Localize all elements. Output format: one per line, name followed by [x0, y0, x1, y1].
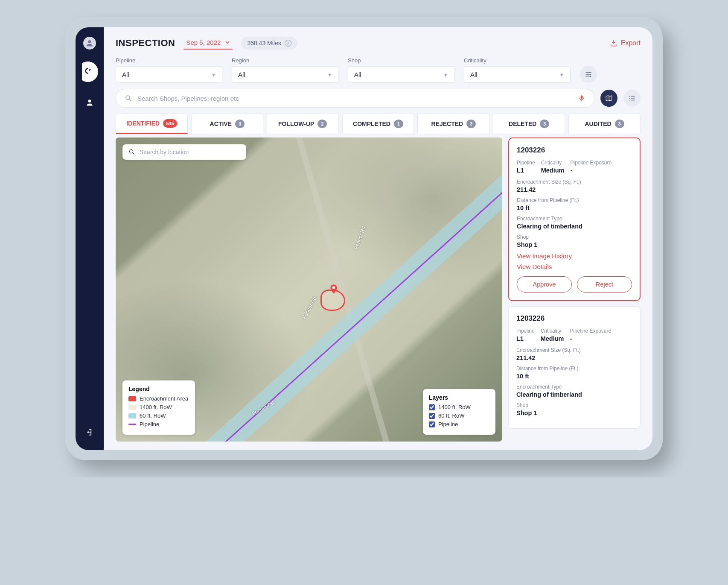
swatch	[128, 413, 136, 418]
svg-point-10	[332, 286, 335, 289]
filter-row: Pipeline All▼ Region All▼ Shop All▼ Crit…	[104, 56, 652, 89]
legend-item: Encroachment Area	[128, 395, 189, 402]
swatch	[128, 396, 136, 401]
user-icon	[85, 39, 94, 47]
logout-icon	[85, 428, 94, 436]
svg-point-3	[587, 74, 588, 75]
tab-active[interactable]: ACTIVE3	[191, 114, 263, 134]
tab-count: 3	[615, 120, 624, 128]
date-value: Sep 5, 2022	[186, 39, 221, 46]
tab-completed[interactable]: COMPLETED1	[342, 114, 414, 134]
layer-checkbox[interactable]	[429, 413, 435, 419]
pipeline-select[interactable]: All▼	[116, 66, 222, 83]
svg-rect-6	[581, 95, 583, 99]
svg-point-4	[590, 76, 591, 77]
filter-pipeline: Pipeline All▼	[116, 57, 222, 83]
legend-title: Legend	[128, 386, 189, 392]
search-icon	[125, 94, 132, 102]
layer-checkbox[interactable]	[429, 404, 435, 410]
chevron-down-icon: ▼	[211, 72, 216, 77]
tab-rejected[interactable]: REJECTED3	[417, 114, 489, 134]
view-details-link[interactable]: View Details	[517, 263, 632, 270]
layer-toggle[interactable]: 60 ft. RoW	[429, 412, 489, 419]
road-label: Fenner Rd	[353, 225, 367, 250]
miles-chip: 358.43 Miles i	[241, 37, 297, 50]
filter-criticality: Criticality All▼	[464, 57, 571, 83]
microphone-icon[interactable]	[578, 94, 585, 102]
filter-label: Region	[232, 57, 338, 64]
tab-identified[interactable]: IDENTIFIED545	[116, 114, 188, 134]
list-icon	[628, 94, 636, 102]
tab-count: 3	[540, 120, 549, 128]
download-icon	[610, 39, 617, 47]
map-view-button[interactable]	[600, 90, 617, 107]
profile-avatar[interactable]	[83, 37, 96, 50]
inspection-card[interactable]: 1203226 PipelineL1 CriticalityMedium Pip…	[508, 137, 641, 301]
legend-item: Pipeline	[128, 421, 189, 427]
filter-label: Pipeline	[116, 57, 222, 64]
svg-point-8	[629, 98, 630, 99]
layer-toggle[interactable]: Pipeline	[429, 421, 489, 427]
tab-follow-up[interactable]: FOLLOW-UP2	[267, 114, 339, 134]
reject-button[interactable]: Reject	[577, 276, 632, 292]
filter-settings-button[interactable]	[580, 66, 597, 83]
shop-select[interactable]: All▼	[348, 66, 454, 83]
inspection-card[interactable]: 1203226 PipelineL1 CriticalityMedium Pip…	[508, 306, 641, 429]
swatch	[128, 405, 136, 410]
person-icon	[85, 98, 94, 107]
card-id: 1203226	[516, 314, 632, 323]
tab-count: 2	[317, 120, 327, 128]
card-id: 1203226	[517, 146, 632, 155]
sidebar-item-satellite[interactable]	[78, 61, 98, 82]
tab-count: 3	[235, 120, 245, 128]
left-sidebar	[76, 27, 104, 450]
svg-point-1	[88, 99, 91, 102]
list-view-button[interactable]	[623, 90, 641, 107]
export-label: Export	[621, 39, 641, 47]
legend-item: 1400 ft. RoW	[128, 404, 189, 410]
search-row	[104, 89, 652, 114]
main-panel: INSPECTION Sep 5, 2022 358.43 Miles i Ex…	[104, 27, 652, 450]
view-image-history-link[interactable]: View Image History	[517, 252, 632, 260]
chevron-down-icon	[225, 40, 230, 45]
road-label: Fenner Rd	[301, 295, 318, 320]
detail-cards: 1203226 PipelineL1 CriticalityMedium Pip…	[508, 137, 641, 442]
chevron-down-icon: ▼	[327, 72, 332, 77]
swatch	[128, 424, 136, 425]
layer-toggle[interactable]: 1400 ft. RoW	[429, 404, 489, 410]
layers-title: Layers	[429, 394, 489, 401]
search-input[interactable]	[137, 95, 573, 102]
filter-shop: Shop All▼	[348, 57, 454, 83]
map-legend: Legend Encroachment Area 1400 ft. RoW 60…	[122, 380, 195, 435]
satellite-icon	[84, 67, 92, 75]
filter-region: Region All▼	[232, 57, 338, 83]
tab-deleted[interactable]: DELETED3	[493, 114, 565, 134]
miles-value: 358.43 Miles	[247, 40, 281, 47]
map-canvas[interactable]: Fenner Rd Fenner Rd Fenner Rd Legend Enc…	[116, 137, 502, 442]
page-title: INSPECTION	[116, 38, 175, 49]
map-pin-icon[interactable]	[328, 284, 339, 295]
tab-count: 3	[466, 120, 476, 128]
svg-point-11	[130, 150, 133, 153]
svg-point-9	[629, 99, 630, 100]
device-frame: INSPECTION Sep 5, 2022 358.43 Miles i Ex…	[65, 17, 663, 460]
criticality-select[interactable]: All▼	[464, 66, 571, 83]
approve-button[interactable]: Approve	[517, 276, 572, 292]
export-button[interactable]: Export	[610, 39, 641, 47]
region-select[interactable]: All▼	[232, 66, 338, 83]
sidebar-item-logout[interactable]	[81, 424, 98, 441]
date-selector[interactable]: Sep 5, 2022	[183, 37, 233, 50]
map-search-bar[interactable]	[122, 144, 246, 160]
map-layers-panel: Layers 1400 ft. RoW 60 ft. RoW Pipeline	[423, 389, 495, 435]
tab-audited[interactable]: AUDITED3	[568, 114, 641, 134]
sidebar-item-user[interactable]	[81, 94, 98, 111]
sliders-icon	[585, 70, 592, 78]
svg-point-5	[126, 96, 130, 99]
layer-checkbox[interactable]	[429, 421, 435, 427]
search-bar[interactable]	[116, 89, 594, 108]
svg-point-2	[589, 72, 591, 73]
map-icon	[605, 94, 613, 102]
map-search-input[interactable]	[140, 149, 240, 155]
info-icon[interactable]: i	[285, 40, 291, 47]
tab-count: 1	[394, 120, 403, 128]
